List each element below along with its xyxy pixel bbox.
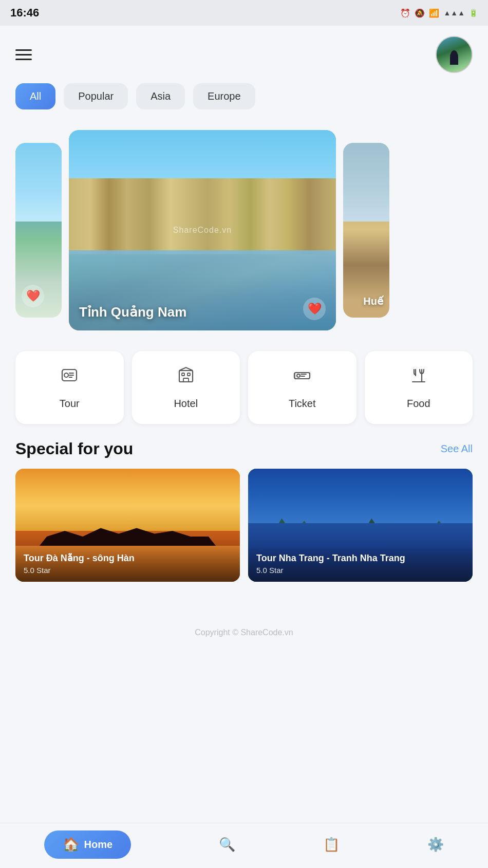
status-bar: 16:46 ⏰ 🔕 📶 ▲▲▲ 🔋	[0, 0, 488, 26]
carousel-track: ❤️ ShareCode.vn Tỉnh Quảng Nam ❤️	[0, 125, 488, 336]
special-card-nhatrang[interactable]: Tour Nha Trang - Tranh Nha Trang 5.0 Sta…	[248, 469, 473, 582]
side-card-right-image	[343, 143, 389, 318]
danang-card-rating: 5.0 Star	[24, 566, 232, 575]
hamburger-line-1	[15, 49, 32, 51]
svg-point-1	[64, 373, 68, 377]
header	[0, 26, 488, 78]
bridge-sky	[15, 469, 240, 531]
ticket-icon	[292, 365, 312, 391]
app-container: All Popular Asia Europe ❤️	[0, 26, 488, 868]
nav-home-label: Home	[84, 839, 113, 851]
nhatrang-sky	[248, 469, 473, 525]
main-card-image: ShareCode.vn	[69, 130, 336, 330]
filter-asia[interactable]: Asia	[136, 83, 185, 109]
nhatrang-card-title: Tour Nha Trang - Tranh Nha Trang	[256, 553, 464, 564]
home-icon: 🏠	[63, 837, 79, 853]
filter-europe[interactable]: Europe	[193, 83, 255, 109]
tour-label: Tour	[60, 398, 80, 410]
svg-rect-4	[187, 373, 190, 376]
watermark: ShareCode.vn	[173, 226, 232, 235]
hotel-icon	[176, 365, 196, 391]
hue-sky	[343, 143, 389, 221]
hamburger-line-2	[15, 54, 32, 56]
copyright-area: Copyright © ShareCode.vn	[0, 587, 488, 689]
category-hotel[interactable]: Hotel	[132, 351, 240, 424]
danang-card-title: Tour Đà Nẵng - sông Hàn	[24, 552, 232, 564]
filter-all[interactable]: All	[15, 83, 55, 109]
ticket-label: Ticket	[289, 398, 316, 410]
filter-section: All Popular Asia Europe	[0, 78, 488, 120]
bottom-nav: 🏠 Home 🔍 📋 ⚙️	[0, 823, 488, 868]
avatar-image	[437, 37, 472, 72]
special-header: Special for you See All	[15, 439, 473, 458]
category-section: Tour Hotel	[0, 346, 488, 434]
main-card-label: Tỉnh Quảng Nam	[79, 304, 186, 320]
special-cards: Tour Đà Nẵng - sông Hàn 5.0 Star Tour Nh…	[15, 469, 473, 582]
nav-home-button[interactable]: 🏠 Home	[44, 830, 132, 859]
filter-popular[interactable]: Popular	[64, 83, 128, 109]
nav-bookings[interactable]: 📋	[323, 837, 340, 853]
carousel-card-right[interactable]: Huế	[343, 143, 389, 318]
buildings-layer	[69, 178, 336, 254]
special-card-danang[interactable]: Tour Đà Nẵng - sông Hàn 5.0 Star	[15, 469, 240, 582]
sky-bg	[15, 143, 62, 221]
food-label: Food	[407, 398, 430, 410]
heart-button-main[interactable]: ❤️	[303, 298, 326, 320]
nhatrang-card-rating: 5.0 Star	[256, 566, 464, 575]
avatar-person-silhouette	[450, 50, 458, 65]
category-ticket[interactable]: Ticket	[248, 351, 356, 424]
nav-search[interactable]: 🔍	[219, 837, 235, 853]
hamburger-line-3	[15, 59, 32, 60]
mute-icon: 🔕	[415, 8, 425, 18]
category-tour[interactable]: Tour	[15, 351, 124, 424]
svg-rect-2	[179, 371, 193, 382]
food-icon	[408, 365, 429, 391]
category-food[interactable]: Food	[365, 351, 473, 424]
tour-icon	[59, 365, 80, 391]
signal-icon: ▲▲▲	[443, 9, 465, 17]
heart-button-left[interactable]: ❤️	[22, 285, 44, 307]
special-section: Special for you See All Tour Đà Nẵng - s…	[0, 434, 488, 587]
avatar[interactable]	[436, 36, 473, 73]
settings-icon: ⚙️	[427, 837, 444, 853]
danang-card-info: Tour Đà Nẵng - sông Hàn 5.0 Star	[15, 545, 240, 582]
see-all-button[interactable]: See All	[441, 443, 473, 455]
carousel-card-left[interactable]: ❤️	[15, 143, 62, 318]
nhatrang-card-info: Tour Nha Trang - Tranh Nha Trang 5.0 Sta…	[248, 546, 473, 582]
carousel-section: ❤️ ShareCode.vn Tỉnh Quảng Nam ❤️	[0, 120, 488, 346]
svg-point-7	[297, 374, 300, 377]
alarm-icon: ⏰	[400, 8, 410, 18]
status-time: 16:46	[10, 6, 39, 20]
menu-button[interactable]	[15, 49, 32, 60]
side-card-right-label: Huế	[363, 295, 383, 307]
bookings-icon: 📋	[323, 837, 340, 853]
search-icon: 🔍	[219, 837, 235, 853]
svg-rect-3	[182, 373, 184, 376]
hotel-label: Hotel	[174, 398, 198, 410]
status-icons: ⏰ 🔕 📶 ▲▲▲ 🔋	[400, 8, 478, 18]
special-title: Special for you	[15, 439, 133, 458]
nav-settings[interactable]: ⚙️	[427, 837, 444, 853]
wifi-icon: 📶	[429, 8, 439, 18]
battery-icon: 🔋	[469, 9, 478, 17]
carousel-card-main[interactable]: ShareCode.vn Tỉnh Quảng Nam ❤️	[69, 130, 336, 330]
copyright-text: Copyright © ShareCode.vn	[195, 628, 293, 637]
